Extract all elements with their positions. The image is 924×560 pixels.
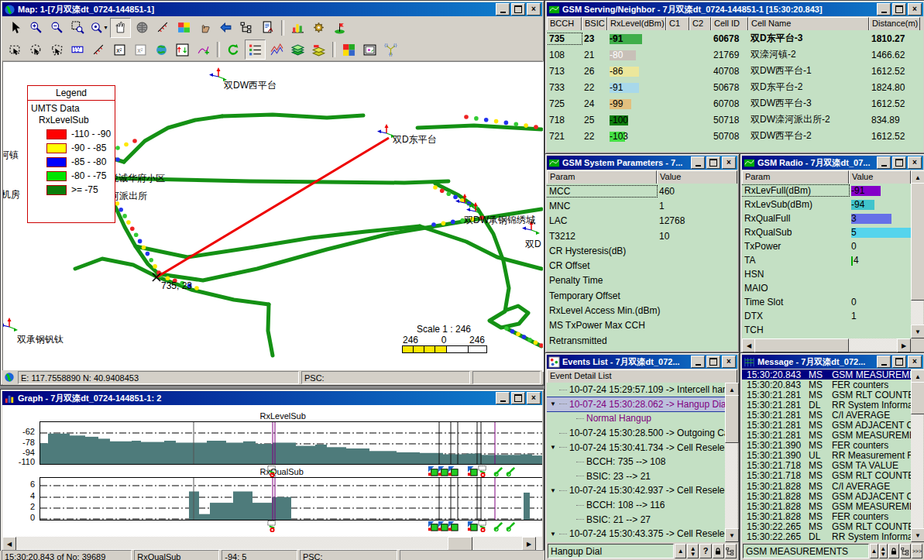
table-row[interactable]: DTX1 <box>742 309 911 323</box>
message-vertical-scrollbar[interactable]: ▲▼ <box>911 369 923 542</box>
message-row[interactable]: 15:30:21.390ULRR Measurement Rep <box>742 451 911 461</box>
table-row[interactable]: CR Offset <box>547 258 737 273</box>
table-row[interactable]: MCC460 <box>547 184 737 198</box>
table-row[interactable]: RxLevel Access Min.(dBm) <box>547 303 737 318</box>
table-row[interactable]: Temporary Offset <box>547 288 737 303</box>
settings-button[interactable] <box>309 19 328 37</box>
zoom-in-button[interactable] <box>26 19 46 37</box>
table-row[interactable]: T321210 <box>547 228 737 243</box>
scrollbar-thumb[interactable] <box>754 338 849 352</box>
close-button[interactable]: × <box>908 156 922 169</box>
table-row[interactable]: Penalty Time <box>547 273 737 288</box>
lock-button[interactable] <box>888 544 899 558</box>
table-row[interactable]: MS TxPower Max CCH <box>547 318 737 333</box>
snapshot-button[interactable] <box>360 40 380 59</box>
layer-style-button[interactable] <box>309 40 328 59</box>
radio-horizontal-scrollbar[interactable]: ◀▶ <box>742 338 911 351</box>
table-row[interactable]: 73322-9150678双D东平台-21824.80 <box>547 79 923 95</box>
message-row[interactable]: 15:30:21.828MSGSM ADJACENT CH <box>742 491 911 501</box>
event-item[interactable]: Normal Hangup <box>547 411 725 426</box>
table-row[interactable]: HSN <box>742 267 911 281</box>
maximize-button[interactable] <box>892 356 906 368</box>
table-row[interactable]: RxLevFull(dBm)-91 <box>742 184 911 198</box>
message-row[interactable]: 15:30:21.281MSGSM RLT COUNTER <box>742 390 911 400</box>
radio-vertical-scrollbar[interactable]: ▲▼ <box>911 170 923 338</box>
zoom-out-button[interactable] <box>47 19 67 37</box>
up-button[interactable]: ▲ <box>870 544 878 558</box>
message-row[interactable]: 15:30:21.281MSC/I AVERAGE <box>742 410 911 420</box>
clip-route-button[interactable] <box>153 19 173 37</box>
minimize-button[interactable] <box>496 392 510 404</box>
scroll-down-button[interactable]: ▼ <box>911 325 924 338</box>
select-polygon-button[interactable] <box>47 40 67 59</box>
close-button[interactable]: × <box>722 156 736 169</box>
scroll-right-button[interactable]: ▶ <box>897 338 911 352</box>
map-canvas[interactable]: 双DW西平台双D东平台双DW悦诚华府小区双DW滦河派出所滦河镇机房双DW承钢锦绣… <box>2 61 544 372</box>
expand-arrow-icon[interactable]: ▼ <box>550 400 556 407</box>
messages-filter-input[interactable] <box>743 544 869 558</box>
event-flags-button[interactable] <box>330 19 349 37</box>
antenna-view-button[interactable] <box>381 40 400 59</box>
event-item[interactable]: ▼10-07-24 15:30:42.937 -> Cell Reselec..… <box>547 483 725 498</box>
close-button[interactable]: × <box>527 392 541 404</box>
minimize-button[interactable] <box>691 356 705 368</box>
message-row[interactable]: 15:30:21.718MSGSM RLT COUNTER <box>742 471 911 481</box>
table-row[interactable]: TxPower0 <box>742 239 911 253</box>
graph-horizontal-scrollbar[interactable]: ◀▶ <box>2 537 542 549</box>
message-row[interactable]: 15:30:21.718MSGSM TA VALUE <box>742 461 911 471</box>
table-row[interactable]: MNC1 <box>547 198 737 213</box>
close-button[interactable]: × <box>908 3 922 15</box>
maximize-button[interactable] <box>892 3 906 15</box>
table-row[interactable]: RxQualSub5 <box>742 225 911 239</box>
scroll-down-button[interactable]: ▼ <box>911 528 924 542</box>
site-document-button[interactable] <box>258 19 277 37</box>
event-item[interactable]: ▼10-07-24 15:30:28.062 -> Hangup Dial <box>547 397 725 412</box>
color-settings-button[interactable] <box>339 40 359 59</box>
message-row[interactable]: 15:30:21.281DLRR System Informatio <box>742 400 911 410</box>
info-tool-button[interactable] <box>195 19 215 37</box>
scrollbar-thumb[interactable] <box>448 537 472 550</box>
events-vertical-scrollbar[interactable]: ▲▼ <box>725 383 737 542</box>
close-button[interactable]: × <box>527 3 541 15</box>
expand-arrow-icon[interactable]: ▼ <box>550 487 556 494</box>
pan-tool-button[interactable] <box>110 18 131 38</box>
split-route-button[interactable] <box>89 40 108 59</box>
maximize-button[interactable] <box>706 356 720 368</box>
full-extent-button[interactable] <box>132 19 152 37</box>
table-row[interactable]: 71825-10050718双DW滦河派出所-2834.89 <box>547 112 923 128</box>
event-item[interactable]: ▼10-07-24 15:30:43.375 -> Cell Reselec..… <box>547 527 725 541</box>
measure-distance-button[interactable]: 1 2 <box>68 40 88 59</box>
message-row[interactable]: 15:30:20.843MSFER counters <box>742 380 911 390</box>
close-button[interactable]: × <box>908 356 922 368</box>
compare-routes-button[interactable] <box>173 40 192 59</box>
event-item[interactable]: BSIC: 21 --> 27 <box>547 512 725 527</box>
message-row[interactable]: 15:30:21.281MSGSM ADJACENT CH <box>742 420 911 430</box>
refresh-map-button[interactable] <box>224 40 243 59</box>
maximize-button[interactable] <box>706 156 720 169</box>
event-item[interactable]: BCCH: 735 --> 108 <box>547 455 725 469</box>
minimize-button[interactable] <box>691 156 705 169</box>
previous-view-button[interactable] <box>216 19 235 37</box>
formula-a-button[interactable]: x² <box>110 40 129 59</box>
table-row[interactable]: Retransmitted <box>547 333 737 348</box>
event-item[interactable]: ▼10-07-24 15:30:41.734 -> Cell Reselec..… <box>547 440 725 455</box>
minimize-button[interactable] <box>877 356 891 368</box>
message-row[interactable]: 15:30:21.828MSC/I AVERAGE <box>742 481 911 491</box>
lock-button[interactable] <box>713 544 724 558</box>
spin-button[interactable]: ▲▼ <box>879 544 888 558</box>
message-row[interactable]: 15:30:22.265MSGSM RLT COUNTER <box>742 521 911 531</box>
formula-b-button[interactable]: x² <box>131 40 150 59</box>
scrollbar-thumb[interactable] <box>911 183 924 301</box>
table-row[interactable]: 72122-10350708双DW西平台-21612.52 <box>547 128 923 144</box>
events-filter-input[interactable] <box>548 544 674 558</box>
table-row[interactable]: 10821-8021769双滦河镇-21466.62 <box>547 46 923 63</box>
up-button[interactable]: ▲ <box>675 544 686 558</box>
scroll-right-button[interactable]: ▶ <box>522 537 536 550</box>
maximize-button[interactable] <box>511 392 525 404</box>
expand-arrow-icon[interactable]: ▼ <box>550 444 556 451</box>
table-row[interactable]: LAC12768 <box>547 214 737 228</box>
scroll-down-button[interactable]: ▼ <box>725 528 739 542</box>
layer-manager-button[interactable] <box>237 19 256 37</box>
thematic-map-button[interactable] <box>174 19 194 37</box>
tree-button[interactable] <box>900 544 911 558</box>
